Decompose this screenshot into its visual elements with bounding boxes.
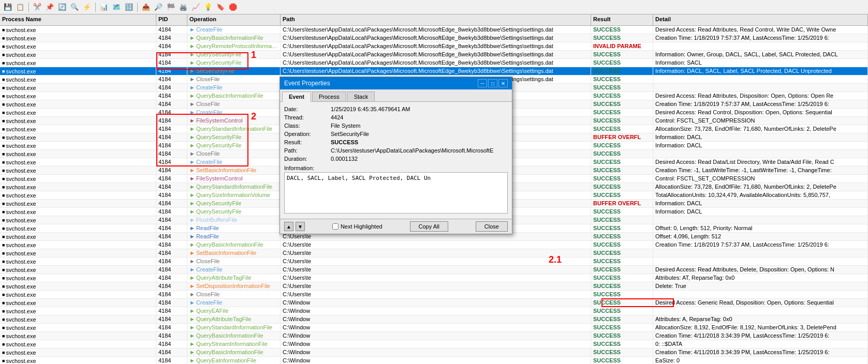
- tb-flag[interactable]: 🏁: [165, 2, 176, 13]
- cell-result: SUCCESS: [591, 51, 653, 58]
- cell-process: ■ svchost.exe: [0, 117, 156, 125]
- cell-pid: 4184: [156, 59, 187, 67]
- dialog-close-button[interactable]: ✕: [498, 79, 508, 87]
- table-row[interactable]: ■ svchost.exe 4184 ►CreateFile C:\Users\…: [0, 266, 868, 274]
- cell-result: SUCCESS: [591, 34, 653, 42]
- cell-path: C:\Users\te: [281, 266, 591, 274]
- table-row[interactable]: ■ svchost.exe 4184 ►QuerySecurityFile C:…: [0, 51, 868, 59]
- cell-operation: ►QueryBasicInformationFile: [187, 348, 281, 356]
- proc-icon: ■: [2, 185, 5, 190]
- col-process-name[interactable]: Process Name: [0, 14, 156, 25]
- col-path[interactable]: Path: [281, 14, 591, 25]
- thread-label: Thread:: [284, 114, 331, 120]
- tb-refresh[interactable]: 🔄: [56, 2, 68, 13]
- table-row[interactable]: ■ svchost.exe 4184 ►SetSecurityFile C:\U…: [0, 67, 868, 75]
- cell-result: SUCCESS: [591, 340, 653, 348]
- table-row[interactable]: ■ svchost.exe 4184 ►CreateFile C:\Window…: [0, 299, 868, 307]
- cell-result: SUCCESS: [591, 307, 653, 315]
- tb-export[interactable]: 📤: [140, 2, 152, 13]
- next-highlighted-checkbox[interactable]: [332, 223, 339, 230]
- tb-copy[interactable]: 📋: [14, 2, 26, 13]
- close-button[interactable]: Close: [476, 221, 508, 232]
- next-highlighted-area: Next Highlighted: [332, 223, 382, 230]
- cell-operation: ►ReadFile: [187, 233, 281, 240]
- col-pid[interactable]: PID: [156, 14, 187, 25]
- table-row[interactable]: ■ svchost.exe 4184 ►QueryEAFile C:\Windo…: [0, 307, 868, 315]
- cell-process: ■ svchost.exe: [0, 348, 156, 356]
- cell-process: ■ svchost.exe: [0, 315, 156, 323]
- column-header: Process Name PID Operation Path Result D…: [0, 14, 868, 26]
- table-row[interactable]: ■ svchost.exe 4184 ►CreateFile C:\Users\…: [0, 26, 868, 34]
- tb-chart[interactable]: 📊: [98, 2, 110, 13]
- tb-pin[interactable]: 📌: [44, 2, 55, 13]
- table-row[interactable]: ■ svchost.exe 4184 ►QueryBasicInformatio…: [0, 241, 868, 249]
- cell-detail: Attributes: AT, ReparseTag: 0x0: [653, 274, 868, 282]
- table-row[interactable]: ■ svchost.exe 4184 ►SetDispositionInform…: [0, 282, 868, 291]
- tb-bookmark[interactable]: 🔖: [215, 2, 226, 13]
- dialog-minimize-button[interactable]: ─: [478, 79, 487, 87]
- tab-stack[interactable]: Stack: [347, 92, 375, 101]
- tb-save[interactable]: 💾: [2, 2, 13, 13]
- cell-detail: [653, 216, 868, 224]
- col-detail[interactable]: Detail: [653, 14, 868, 25]
- cell-operation: ►CreateFile: [187, 299, 281, 307]
- tb-stop[interactable]: 🛑: [227, 2, 239, 13]
- table-row[interactable]: ■ svchost.exe 4184 ►QueryAttributeTagFil…: [0, 315, 868, 324]
- tb-print[interactable]: 🖨️: [178, 2, 189, 13]
- cell-result: SUCCESS: [591, 208, 653, 216]
- table-row[interactable]: ■ svchost.exe 4184 ►CloseFile C:\Users\t…: [0, 291, 868, 299]
- tb-idea[interactable]: 💡: [202, 2, 214, 13]
- table-row[interactable]: ■ svchost.exe 4184 ►CloseFile C:\Users\t…: [0, 257, 868, 266]
- cell-result: SUCCESS: [591, 109, 653, 116]
- cell-path: C:\Users\te: [281, 282, 591, 290]
- table-row[interactable]: ■ svchost.exe 4184 ►SetBasicInformationF…: [0, 249, 868, 257]
- proc-icon: ■: [2, 85, 5, 90]
- proc-icon: ■: [2, 350, 5, 355]
- cell-process: ■ svchost.exe: [0, 92, 156, 100]
- table-row[interactable]: ■ svchost.exe 4184 ►QueryRemoteProtocolI…: [0, 42, 868, 51]
- tab-event[interactable]: Event: [282, 92, 311, 102]
- tb-search[interactable]: 🔎: [153, 2, 164, 13]
- table-row[interactable]: ■ svchost.exe 4184 ►QueryStreamInformati…: [0, 340, 868, 348]
- nav-next-button[interactable]: ▼: [296, 222, 305, 231]
- table-row[interactable]: ■ svchost.exe 4184 ►QueryBasicInformatio…: [0, 34, 868, 42]
- dialog-maximize-button[interactable]: □: [488, 79, 497, 87]
- table-row[interactable]: ■ svchost.exe 4184 ►QueryStandardInforma…: [0, 324, 868, 332]
- cell-path: C:\Users\te: [281, 249, 591, 257]
- result-value: SUCCESS: [331, 139, 508, 145]
- cell-result: SUCCESS: [591, 299, 653, 307]
- proc-icon: ■: [2, 242, 5, 248]
- tb-find[interactable]: 🔍: [69, 2, 80, 13]
- table-row[interactable]: ■ svchost.exe 4184 ►QueryAttributeTagFil…: [0, 274, 868, 282]
- tb-trend[interactable]: 📈: [190, 2, 201, 13]
- cell-pid: 4184: [156, 158, 187, 166]
- cell-process: ■ svchost.exe: [0, 216, 156, 224]
- tab-process[interactable]: Process: [312, 92, 346, 101]
- cell-pid: 4184: [156, 340, 187, 348]
- tb-flash[interactable]: ⚡: [81, 2, 93, 13]
- cell-operation: ►CloseFile: [187, 75, 281, 83]
- table-row[interactable]: ■ svchost.exe 4184 ►QueryBasicInformatio…: [0, 348, 868, 357]
- tb-map[interactable]: 🗺️: [111, 2, 122, 13]
- information-label: Information:: [284, 165, 508, 171]
- proc-icon: ■: [2, 160, 5, 165]
- cell-operation: ►QuerySecurityFile: [187, 133, 281, 141]
- table-row[interactable]: ■ svchost.exe 4184 ►QuerySecurityFile C:…: [0, 59, 868, 67]
- col-result[interactable]: Result: [591, 14, 653, 25]
- cell-operation: ►QuerySizeInformationVolume: [187, 191, 281, 199]
- tb-num[interactable]: 🔢: [123, 2, 135, 13]
- proc-icon: ■: [2, 300, 5, 306]
- cell-path: C:\Window: [281, 299, 591, 307]
- cell-pid: 4184: [156, 51, 187, 58]
- table-row[interactable]: ■ svchost.exe 4184 ►QueryBasicInformatio…: [0, 332, 868, 340]
- cell-operation: ►QueryEAFile: [187, 307, 281, 315]
- information-text[interactable]: [284, 172, 508, 214]
- cell-operation: ►QuerySecurityFile: [187, 51, 281, 58]
- col-operation[interactable]: Operation: [187, 14, 281, 25]
- tb-cut[interactable]: ✂️: [32, 2, 43, 13]
- cell-path: C:\Window: [281, 315, 591, 323]
- table-row[interactable]: ■ svchost.exe 4184 ►QueryEaInformationFi…: [0, 357, 868, 364]
- nav-prev-button[interactable]: ▲: [284, 222, 293, 231]
- cell-pid: 4184: [156, 208, 187, 216]
- copy-all-button[interactable]: Copy All: [410, 221, 448, 232]
